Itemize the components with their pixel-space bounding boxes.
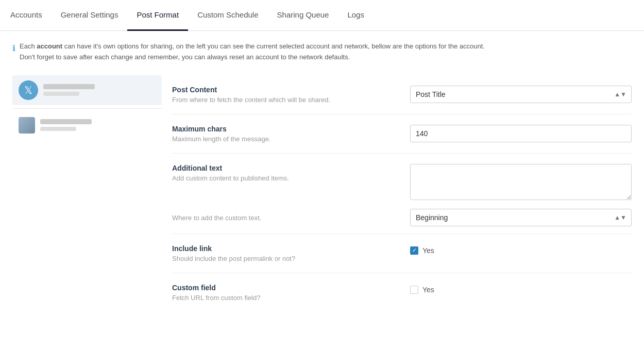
custom-field-row: Custom field Fetch URL from custom field… <box>172 273 632 312</box>
post-content-select[interactable]: Post Title Post Excerpt Post Content Cus… <box>410 86 632 103</box>
nav-general-settings[interactable]: General Settings <box>52 0 128 31</box>
nav-post-format[interactable]: Post Format <box>127 0 188 31</box>
additional-text-label-col: Additional text Add custom content to pu… <box>172 164 400 182</box>
additional-text-row: Additional text Add custom content to pu… <box>172 154 632 202</box>
info-text: Each account can have it's own options f… <box>20 41 485 63</box>
nav-accounts[interactable]: Accounts <box>10 0 52 31</box>
account-name-blur-2 <box>40 119 92 124</box>
account-avatar-small-2 <box>19 117 35 134</box>
post-content-label-col: Post Content From where to fetch the con… <box>172 86 400 104</box>
include-link-desc: Should include the post permalink or not… <box>172 255 400 262</box>
position-select[interactable]: Beginning End <box>410 209 632 226</box>
post-content-select-wrapper: Post Title Post Excerpt Post Content Cus… <box>410 86 632 103</box>
post-content-control: Post Title Post Excerpt Post Content Cus… <box>410 86 632 103</box>
account-sub-blur-1 <box>43 92 79 96</box>
position-select-wrapper: Beginning End ▲▼ <box>410 209 632 226</box>
custom-field-checkbox-row: Yes <box>410 284 632 294</box>
nav-custom-schedule[interactable]: Custom Schedule <box>188 0 267 31</box>
nav-bar: Accounts General Settings Post Format Cu… <box>0 0 644 31</box>
additional-text-position-row: Where to add the custom text. Beginning … <box>172 202 632 234</box>
nav-logs[interactable]: Logs <box>338 0 374 31</box>
include-link-row: Include link Should include the post per… <box>172 234 632 273</box>
additional-text-control <box>410 164 632 202</box>
max-chars-label-col: Maximum chars Maximum length of the mess… <box>172 125 400 143</box>
twitter-avatar: 𝕏 <box>19 80 38 100</box>
main-content: ℹ Each account can have it's own options… <box>0 31 644 322</box>
account-item-2[interactable] <box>12 112 162 139</box>
account-name-blur-1 <box>43 84 95 89</box>
include-link-label-col: Include link Should include the post per… <box>172 244 400 262</box>
sidebar-divider <box>12 108 162 109</box>
max-chars-label: Maximum chars <box>172 125 400 133</box>
custom-field-checkbox-label: Yes <box>422 286 434 294</box>
custom-field-checkbox[interactable] <box>410 286 418 294</box>
include-link-checkbox-row: ✓ Yes <box>410 244 632 255</box>
form-area: Post Content From where to fetch the con… <box>172 75 632 312</box>
custom-field-desc: Fetch URL from custom field? <box>172 294 400 302</box>
account-sub-blur-2 <box>40 127 76 131</box>
additional-text-textarea[interactable] <box>410 164 632 200</box>
main-layout: 𝕏 Post Conten <box>12 75 632 312</box>
custom-field-control: Yes <box>410 284 632 294</box>
max-chars-input[interactable] <box>410 125 632 142</box>
post-content-desc: From where to fetch the content which wi… <box>172 96 400 104</box>
info-box: ℹ Each account can have it's own options… <box>12 41 632 63</box>
include-link-checkbox-label: Yes <box>422 246 434 255</box>
account-info-2 <box>40 119 156 131</box>
include-link-label: Include link <box>172 244 400 253</box>
sidebar: 𝕏 <box>12 75 172 312</box>
nav-sharing-queue[interactable]: Sharing Queue <box>268 0 338 31</box>
include-link-checkbox[interactable]: ✓ <box>410 246 418 255</box>
twitter-icon: 𝕏 <box>24 84 32 96</box>
account-item-twitter[interactable]: 𝕏 <box>12 75 162 105</box>
post-content-row: Post Content From where to fetch the con… <box>172 75 632 114</box>
additional-text-position-label-col: Where to add the custom text. <box>172 213 400 222</box>
additional-text-desc: Add custom content to published items. <box>172 174 400 182</box>
additional-text-position-desc: Where to add the custom text. <box>172 214 400 222</box>
custom-field-label-col: Custom field Fetch URL from custom field… <box>172 284 400 302</box>
include-link-control: ✓ Yes <box>410 244 632 255</box>
max-chars-row: Maximum chars Maximum length of the mess… <box>172 114 632 154</box>
post-content-label: Post Content <box>172 86 400 94</box>
custom-field-label: Custom field <box>172 284 400 292</box>
account-info-twitter <box>43 84 156 96</box>
max-chars-control <box>410 125 632 142</box>
additional-text-label: Additional text <box>172 164 400 172</box>
additional-text-position-control: Beginning End ▲▼ <box>410 209 632 226</box>
max-chars-desc: Maximum length of the message. <box>172 135 400 143</box>
info-icon: ℹ <box>12 42 15 55</box>
